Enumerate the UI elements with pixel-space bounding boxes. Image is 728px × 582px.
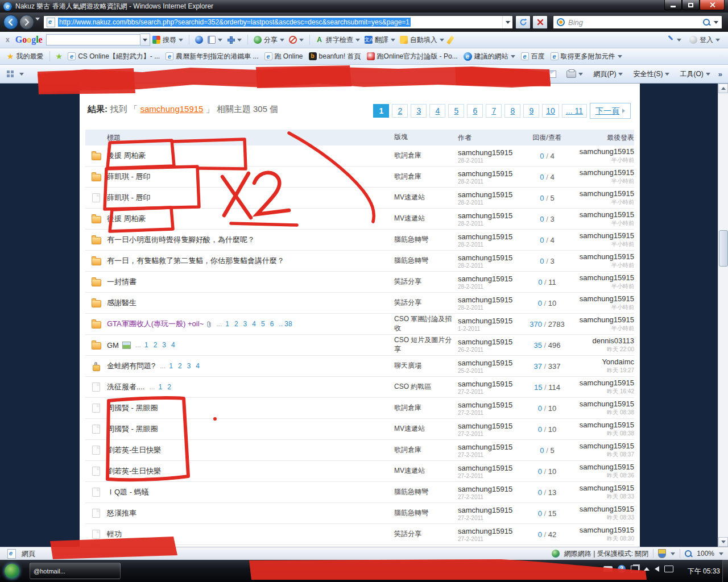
- mail-button[interactable]: [544, 69, 559, 79]
- favorites-link[interactable]: e跑 Online: [262, 51, 306, 63]
- search-keyword-link[interactable]: samchung15915: [140, 104, 204, 114]
- favorites-button[interactable]: ★ 我的最愛: [5, 51, 46, 63]
- topic-title-link[interactable]: 金蛙網有問題?: [107, 361, 155, 371]
- translate-button[interactable]: 文A 翻譯: [362, 34, 398, 46]
- topic-title-link[interactable]: 周國賢 - 黑眼圈: [107, 424, 158, 434]
- topic-title-link[interactable]: 一封情書: [107, 277, 136, 287]
- speaker-icon[interactable]: [655, 566, 659, 572]
- topic-page-link[interactable]: 2: [178, 362, 182, 370]
- author-link[interactable]: samchung15915: [458, 211, 526, 220]
- topic-title-link[interactable]: 薛凱琪 - 唇印: [107, 193, 151, 203]
- topic-title-link[interactable]: 有一日小明逛街時覺得隻腳好酸，為什麼呢？: [107, 235, 255, 245]
- author-link[interactable]: samchung15915: [458, 485, 526, 493]
- author-link[interactable]: samchung15915: [458, 148, 526, 157]
- help-tray-icon[interactable]: ?: [618, 565, 626, 573]
- author-link[interactable]: samchung15915: [458, 464, 526, 472]
- lastpost-user-link[interactable]: samchung15915: [568, 273, 634, 282]
- favorites-link[interactable]: 跑Online官方討論版 - Po...: [364, 51, 461, 63]
- pagination-page-link[interactable]: 3: [411, 104, 427, 118]
- topic-page-link[interactable]: 6: [270, 320, 274, 328]
- forum-link[interactable]: 腦筋急轉彎: [394, 509, 428, 517]
- window-tray-icon[interactable]: [631, 566, 639, 572]
- pagination-page-link[interactable]: 7: [486, 104, 502, 118]
- tray-expand-icon[interactable]: [644, 567, 650, 571]
- topic-page-link[interactable]: 1: [225, 320, 229, 328]
- scrollbar-thumb[interactable]: [719, 230, 728, 267]
- pagination-page-link[interactable]: 6: [467, 104, 483, 118]
- close-button[interactable]: [700, 0, 725, 10]
- topic-title-link[interactable]: 洗征服者....: [107, 382, 144, 392]
- sidewiki-button[interactable]: [205, 35, 225, 45]
- pagination-page-link[interactable]: 5: [448, 104, 464, 118]
- author-link[interactable]: samchung15915: [458, 359, 526, 367]
- quick-tabs-button[interactable]: [3, 69, 17, 78]
- print-button[interactable]: [564, 69, 585, 79]
- favorites-link[interactable]: bbeanfun! 首頁: [306, 51, 364, 63]
- back-button[interactable]: [3, 15, 18, 30]
- forum-link[interactable]: MV速遞站: [394, 193, 425, 201]
- author-link[interactable]: samchung15915: [458, 380, 526, 388]
- keyboard-tray-icon[interactable]: [603, 566, 613, 572]
- recent-pages-dropdown[interactable]: [35, 20, 40, 31]
- author-link[interactable]: samchung15915: [458, 190, 526, 199]
- forward-button[interactable]: [19, 15, 34, 30]
- bing-search-box[interactable]: Bing: [553, 15, 722, 29]
- topic-page-link[interactable]: 1: [169, 362, 173, 370]
- topic-title-link[interactable]: 後援 周柏豪: [107, 151, 146, 161]
- page-menu[interactable]: 網頁(P): [591, 68, 625, 80]
- author-link[interactable]: samchung15915: [458, 317, 526, 325]
- topic-page-link[interactable]: 3: [187, 362, 191, 370]
- header-forum[interactable]: 版塊: [394, 133, 458, 142]
- toolbar-close-button[interactable]: x: [3, 35, 12, 45]
- shield-icon[interactable]: [658, 549, 666, 558]
- forum-link[interactable]: 歌詞倉庫: [394, 404, 421, 411]
- add-gadget-button[interactable]: [225, 35, 244, 45]
- forum-link[interactable]: MV速遞站: [394, 425, 425, 433]
- lastpost-user-link[interactable]: samchung15915: [568, 315, 634, 324]
- favorites-link[interactable]: e取得更多附加元件: [548, 51, 625, 63]
- lastpost-user-link[interactable]: samchung15915: [568, 400, 634, 408]
- msn-taskbar-button[interactable]: @hotmail...: [30, 563, 121, 579]
- author-link[interactable]: samchung15915: [458, 443, 526, 451]
- toolbar-settings-button[interactable]: [664, 35, 684, 45]
- pagination-page-current[interactable]: 1: [373, 104, 389, 118]
- add-favorite-button[interactable]: ★: [53, 51, 65, 62]
- lastpost-user-link[interactable]: samchung15915: [568, 379, 634, 387]
- forum-link[interactable]: 腦筋急轉彎: [394, 256, 428, 264]
- favorites-link[interactable]: eCS Online【絕對武力】- ...: [65, 51, 163, 63]
- autofill-button[interactable]: 自動填入: [398, 34, 446, 46]
- forum-link[interactable]: 腦筋急轉彎: [394, 235, 428, 243]
- spellcheck-button[interactable]: A 拼字檢查: [313, 34, 362, 46]
- topic-title-link[interactable]: 後援 周柏豪: [107, 214, 146, 224]
- maximize-button[interactable]: [682, 0, 700, 10]
- tools-menu[interactable]: 工具(O): [677, 68, 712, 80]
- pagination-page-link[interactable]: 9: [523, 104, 539, 118]
- highlighter-button[interactable]: [446, 35, 454, 45]
- start-button[interactable]: [5, 564, 19, 579]
- author-link[interactable]: samchung15915: [458, 401, 526, 409]
- lastpost-user-link[interactable]: dennis03113: [568, 336, 634, 345]
- lastpost-user-link[interactable]: samchung15915: [568, 294, 634, 303]
- forum-link[interactable]: CSO 短片及圖片分享: [394, 336, 452, 353]
- favorites-link[interactable]: e農曆新年到指定的港鐵車 ...: [163, 51, 261, 63]
- popup-blocker-button[interactable]: [287, 35, 306, 45]
- topic-page-link[interactable]: 4: [252, 320, 256, 328]
- forum-link[interactable]: 歌詞倉庫: [394, 172, 421, 180]
- topic-title-link[interactable]: 輕功: [107, 529, 122, 539]
- topic-title-link[interactable]: 劉若英-生日快樂: [107, 466, 161, 476]
- chevron-down-icon[interactable]: [671, 552, 675, 555]
- share-button[interactable]: 分享: [251, 34, 287, 46]
- tab-list-button[interactable]: [17, 72, 26, 77]
- author-link[interactable]: samchung15915: [458, 422, 526, 430]
- author-link[interactable]: samchung15915: [458, 275, 526, 283]
- lastpost-user-link[interactable]: samchung15915: [568, 189, 634, 198]
- forum-link[interactable]: 笑話分享: [394, 277, 421, 285]
- author-link[interactable]: samchung15915: [458, 253, 526, 262]
- scroll-up-button[interactable]: [718, 84, 728, 93]
- topic-page-link[interactable]: 1: [158, 383, 162, 391]
- forum-link[interactable]: CSO 軍團討論及招收: [394, 315, 452, 332]
- address-dropdown[interactable]: [502, 16, 512, 28]
- forum-link[interactable]: 歌詞倉庫: [394, 446, 421, 454]
- safety-menu[interactable]: 安全性(S): [631, 68, 672, 80]
- lastpost-user-link[interactable]: samchung15915: [568, 463, 634, 471]
